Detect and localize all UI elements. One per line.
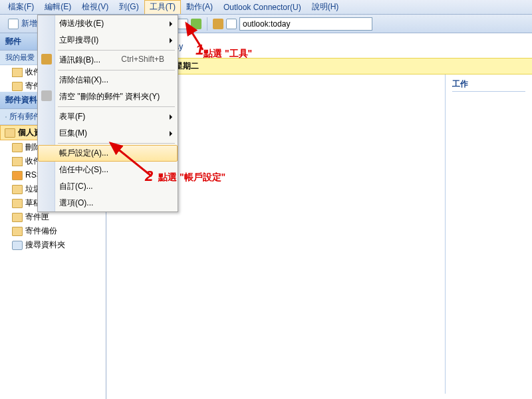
tasks-header: 工作 [452, 78, 525, 92]
menubar: 檔案(F) 編輯(E) 檢視(V) 到(G) 工具(T) 動作(A) Outlo… [0, 0, 532, 15]
menu-actions[interactable]: 動作(A) [181, 0, 218, 14]
menu-view[interactable]: 檢視(V) [76, 0, 114, 14]
separator [58, 143, 175, 144]
separator [58, 70, 175, 70]
new-button[interactable]: 新增 [4, 17, 41, 31]
inbox-icon [12, 157, 23, 166]
dd-empty-deleted[interactable]: 清空 "刪除的郵件" 資料夾(Y) [38, 88, 178, 105]
address-input[interactable] [239, 17, 372, 31]
dd-send-receive[interactable]: 傳送/接收(E) [38, 15, 178, 32]
outlook-today-icon[interactable] [226, 19, 237, 29]
folder-outbox[interactable]: 寄件匣 [0, 210, 106, 224]
submenu-arrow-icon [170, 114, 172, 120]
separator [58, 106, 175, 107]
folder-search[interactable]: 搜尋資料夾 [0, 238, 106, 252]
dd-options[interactable]: 選項(O)... [38, 195, 178, 211]
dd-macros[interactable]: 巨集(M) [38, 125, 178, 142]
menu-tools[interactable]: 工具(T) [144, 0, 181, 14]
annotation-step1-number: 1 [196, 41, 203, 59]
annotation-step2-number: 2 [145, 168, 153, 185]
dd-account-settings[interactable]: 帳戶設定(A)... [38, 145, 178, 162]
separator [58, 50, 175, 51]
dd-customize[interactable]: 自訂(C)... [38, 178, 178, 195]
menu-go[interactable]: 到(G) [114, 0, 144, 14]
tools-dropdown: 傳送/接收(E) 立即搜尋(I) 通訊錄(B)... Ctrl+Shift+B … [37, 15, 178, 212]
folder-sent[interactable]: 寄件備份 [0, 224, 106, 238]
refresh-icon[interactable] [191, 19, 201, 29]
trash-icon [12, 143, 23, 152]
search-folder-icon [12, 241, 23, 250]
drafts-icon [12, 199, 23, 208]
stop-icon[interactable] [178, 19, 188, 29]
separator [207, 17, 207, 31]
menu-help[interactable]: 說明(H) [307, 0, 344, 14]
address-book-icon [41, 54, 52, 65]
annotation-step2-text: 點選 "帳戶設定" [158, 172, 225, 184]
shortcut-label: Ctrl+Shift+B [121, 55, 164, 64]
folder-icon [12, 82, 23, 91]
folder-icon [5, 128, 15, 138]
submenu-arrow-icon [170, 131, 172, 136]
search-icon [5, 116, 7, 118]
new-icon [8, 19, 19, 29]
annotation-step1-text: 點選 "工具" [203, 48, 252, 60]
dd-clean-mailbox[interactable]: 清除信箱(X)... [38, 72, 178, 88]
outbox-icon [12, 213, 23, 222]
dd-instant-search[interactable]: 立即搜尋(I) [38, 32, 178, 49]
trash-icon [41, 90, 52, 101]
dd-trust-center[interactable]: 信任中心(S)... [38, 162, 178, 178]
dd-address-book[interactable]: 通訊錄(B)... Ctrl+Shift+B [38, 52, 178, 68]
today-tasks: 工作 [446, 74, 532, 394]
menu-outlook-connector[interactable]: Outlook Connector(U) [218, 1, 307, 13]
submenu-arrow-icon [170, 21, 172, 27]
menu-edit[interactable]: 編輯(E) [39, 0, 76, 14]
submenu-arrow-icon [170, 38, 172, 43]
sent-icon [12, 227, 23, 236]
junk-icon [12, 185, 23, 194]
inbox-icon [12, 68, 23, 77]
dd-forms[interactable]: 表單(F) [38, 108, 178, 125]
rss-icon [12, 171, 23, 180]
menu-file[interactable]: 檔案(F) [3, 0, 39, 14]
home-icon[interactable] [213, 19, 223, 29]
